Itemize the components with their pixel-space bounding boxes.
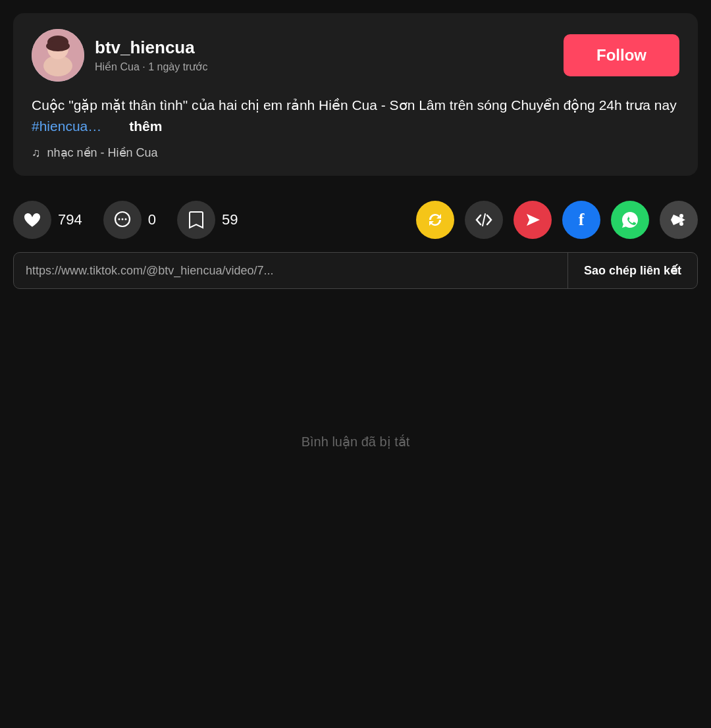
svg-point-14 (679, 218, 683, 222)
profile-info: btv_hiencua Hiền Cua · 1 ngày trước (95, 38, 207, 73)
music-line: ♫ nhạc nền - Hiền Cua (32, 145, 679, 160)
follow-button[interactable]: Follow (564, 34, 679, 76)
svg-point-4 (46, 41, 70, 51)
like-count: 794 (58, 211, 82, 228)
profile-header: btv_hiencua Hiền Cua · 1 ngày trước Foll… (32, 29, 679, 82)
page-container: btv_hiencua Hiền Cua · 1 ngày trước Foll… (0, 0, 711, 529)
more-share-button[interactable] (660, 201, 698, 239)
comments-disabled-text: Bình luận đã bị tắt (302, 434, 410, 449)
music-icon: ♫ (32, 146, 41, 160)
comment-count: 0 (148, 211, 156, 228)
left-actions: 794 0 59 (13, 201, 238, 239)
comment-action[interactable]: 0 (103, 201, 156, 239)
like-action[interactable]: 794 (13, 201, 82, 239)
time-ago: 1 ngày trước (148, 61, 207, 72)
svg-marker-10 (527, 214, 540, 226)
url-text: https://www.tiktok.com/@btv_hiencua/vide… (14, 253, 567, 288)
comment-button[interactable] (103, 201, 142, 239)
profile-card: btv_hiencua Hiền Cua · 1 ngày trước Foll… (13, 13, 698, 176)
caption-text: Cuộc "gặp mặt thân tình" của hai chị em … (32, 97, 677, 113)
facebook-icon: f (579, 210, 585, 230)
facebook-share-button[interactable]: f (562, 201, 600, 239)
copy-link-button[interactable]: Sao chép liên kết (567, 253, 697, 288)
actions-row: 794 0 59 (13, 194, 698, 252)
bookmark-count: 59 (222, 211, 238, 228)
post-caption: Cuộc "gặp mặt thân tình" của hai chị em … (32, 95, 679, 136)
svg-point-8 (124, 219, 126, 221)
svg-point-12 (679, 214, 683, 218)
profile-left: btv_hiencua Hiền Cua · 1 ngày trước (32, 29, 207, 82)
repost-button[interactable] (416, 201, 454, 239)
svg-point-6 (118, 219, 120, 221)
embed-button[interactable] (465, 201, 503, 239)
profile-subtitle: Hiền Cua · 1 ngày trước (95, 61, 207, 73)
like-button[interactable] (13, 201, 51, 239)
svg-point-7 (121, 219, 123, 221)
avatar (32, 29, 84, 82)
display-name: Hiền Cua (95, 61, 140, 72)
bookmark-action[interactable]: 59 (177, 201, 238, 239)
bookmark-button[interactable] (177, 201, 215, 239)
music-label[interactable]: nhạc nền - Hiền Cua (47, 145, 158, 160)
svg-point-13 (679, 222, 683, 226)
direct-share-button[interactable] (514, 201, 552, 239)
hashtag[interactable]: #hiencua… (32, 118, 101, 134)
more-button[interactable]: thêm (129, 118, 162, 134)
url-bar: https://www.tiktok.com/@btv_hiencua/vide… (13, 252, 698, 289)
right-actions: f (416, 201, 698, 239)
whatsapp-share-button[interactable] (611, 201, 649, 239)
username[interactable]: btv_hiencua (95, 38, 207, 58)
separator: · (142, 61, 148, 72)
comments-disabled-message: Bình luận đã bị tắt (13, 302, 698, 515)
svg-line-9 (483, 214, 485, 226)
